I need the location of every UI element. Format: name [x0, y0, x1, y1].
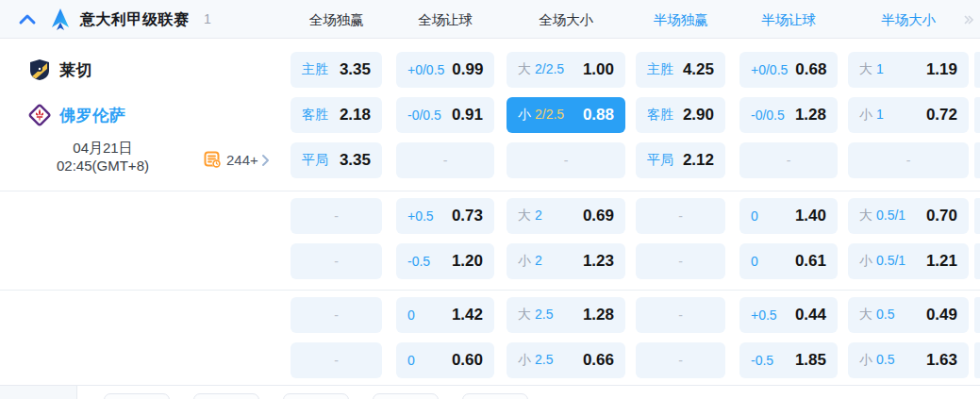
column-header[interactable]: 全场让球 — [418, 11, 473, 29]
odds-cell: - — [291, 243, 382, 279]
odds-cell[interactable]: -0/0.51.28 — [739, 97, 838, 133]
odds-cell: - — [636, 198, 725, 234]
odds-cell[interactable]: 主胜3.35 — [291, 52, 382, 88]
bottom-tab-pill[interactable] — [373, 393, 439, 399]
bottom-tab-pill[interactable] — [193, 393, 259, 399]
odds-value: 0.70 — [926, 207, 957, 225]
odds-label: 大2/2.5 — [518, 61, 564, 78]
odds-cell[interactable]: 大0.5/10.70 — [848, 198, 969, 234]
odds-label: 大1 — [859, 61, 884, 78]
home-team-row[interactable]: 莱切 — [28, 58, 92, 81]
odds-cell[interactable]: 大11.19 — [848, 52, 969, 88]
odds-value: 0.72 — [926, 106, 957, 125]
odds-value: 0.73 — [452, 207, 483, 225]
odds-label: 大0.5/1 — [859, 208, 905, 224]
column-header[interactable]: 全场独赢 — [309, 11, 364, 29]
column-header[interactable]: 半场独赢 — [654, 11, 708, 29]
away-team-name: 佛罗伦萨 — [59, 105, 125, 126]
odds-cell[interactable]: 01.42 — [396, 297, 494, 333]
odds-cell[interactable]: 大20.69 — [507, 198, 625, 234]
odds-cell: - — [291, 198, 382, 234]
column-header[interactable]: 半场大小 — [881, 11, 936, 29]
odds-cell[interactable]: -0.51.85 — [739, 342, 838, 378]
odds-value: 1.28 — [795, 106, 826, 125]
odds-label: 大2 — [518, 208, 542, 224]
odds-cell: - — [291, 297, 382, 333]
odds-cell: - — [396, 142, 494, 178]
odds-cell[interactable]: -0/0.50.91 — [396, 97, 494, 133]
odds-value: 2.18 — [340, 106, 371, 125]
odds-label: -0/0.5 — [407, 108, 441, 123]
odds-value: 0.61 — [795, 252, 826, 271]
odds-label: 小2 — [518, 253, 542, 270]
odds-cell[interactable]: 平局2.12 — [636, 142, 725, 178]
odds-label: +0.5 — [407, 208, 434, 224]
odds-label: -0.5 — [751, 353, 773, 368]
odds-cell[interactable]: 客胜2.90 — [636, 97, 725, 133]
odds-cell: - — [739, 142, 838, 178]
chevron-up-icon[interactable] — [17, 9, 38, 30]
match-time: 02:45(GMT+8) — [13, 157, 192, 175]
odds-cell[interactable]: 主胜4.25 — [636, 52, 725, 88]
column-header[interactable]: 半场让球 — [761, 11, 816, 29]
section-divider — [0, 191, 980, 191]
odds-value: 0.66 — [583, 351, 614, 370]
odds-cell[interactable]: 大2.51.28 — [507, 297, 625, 333]
odds-cell[interactable]: +0/0.50.99 — [396, 52, 494, 88]
odds-label: 客胜 — [647, 107, 673, 124]
match-date: 04月21日 — [13, 139, 192, 157]
odds-value: 1.23 — [583, 252, 614, 271]
odds-cell[interactable]: +0.50.73 — [396, 198, 494, 234]
odds-value: 0.68 — [795, 60, 826, 79]
odds-cell[interactable]: 00.61 — [739, 243, 838, 279]
odds-cell[interactable]: 小2.50.66 — [507, 342, 625, 378]
bottom-tab-pill[interactable] — [283, 393, 349, 399]
odds-cell[interactable]: 大0.50.49 — [848, 297, 969, 333]
odds-label: 小0.5 — [859, 352, 894, 369]
away-team-row[interactable]: 佛罗伦萨 — [28, 104, 125, 126]
column-header[interactable]: 全场大小 — [539, 11, 593, 29]
away-team-badge-icon — [28, 104, 51, 126]
odds-label: +0/0.5 — [407, 62, 444, 77]
odds-cell[interactable]: 小0.5/11.21 — [848, 243, 969, 279]
odds-cell[interactable]: +0/0.50.68 — [739, 52, 838, 88]
odds-cell[interactable]: +0.50.44 — [739, 297, 838, 333]
odds-label: 大0.5 — [859, 307, 894, 324]
odds-cell[interactable]: 小10.72 — [848, 97, 969, 133]
home-team-name: 莱切 — [59, 59, 92, 81]
odds-cell[interactable]: 小2/2.50.88 — [507, 97, 625, 133]
odds-value: 1.20 — [452, 252, 483, 271]
cutoff-odds-cell — [974, 243, 980, 279]
bottom-tab-pill[interactable] — [104, 393, 170, 399]
odds-cell: - — [636, 342, 725, 378]
odds-cell[interactable]: 平局3.35 — [291, 142, 382, 178]
markets-list-icon — [204, 151, 222, 169]
odds-cell[interactable]: 01.40 — [739, 198, 838, 234]
odds-value: 0.44 — [795, 306, 826, 324]
odds-label: 平局 — [647, 152, 673, 169]
cutoff-odds-cell — [974, 297, 980, 333]
odds-value: 0.60 — [452, 351, 483, 370]
footer-divider — [0, 385, 980, 386]
more-markets-link[interactable]: 244+ — [204, 151, 270, 169]
cutoff-odds-cell — [974, 142, 980, 178]
odds-label: 小1 — [859, 107, 884, 124]
cutoff-odds-cell — [974, 342, 980, 378]
league-odds-panel: 意大利甲级联赛 1 全场独赢全场让球全场大小半场独赢半场让球半场大小 莱切 佛罗… — [0, 0, 980, 399]
odds-cell[interactable]: 大2/2.51.00 — [507, 52, 625, 88]
cutoff-odds-cell — [974, 198, 980, 234]
more-markets-icon[interactable] — [964, 13, 973, 26]
odds-label: 主胜 — [647, 61, 673, 78]
odds-label: -0.5 — [407, 254, 430, 269]
odds-cell[interactable]: -0.51.20 — [396, 243, 494, 279]
league-match-count: 1 — [204, 11, 211, 26]
odds-value: 2.12 — [683, 151, 714, 170]
home-team-badge-icon — [28, 58, 51, 81]
odds-cell[interactable]: 客胜2.18 — [291, 97, 382, 133]
odds-cell[interactable]: 00.60 — [396, 342, 494, 378]
odds-label: 0 — [751, 254, 758, 269]
odds-cell[interactable]: 小21.23 — [507, 243, 625, 279]
odds-cell[interactable]: 小0.51.63 — [848, 342, 969, 378]
bottom-tab-pill[interactable] — [462, 393, 528, 399]
odds-label: 小0.5/1 — [859, 253, 905, 270]
